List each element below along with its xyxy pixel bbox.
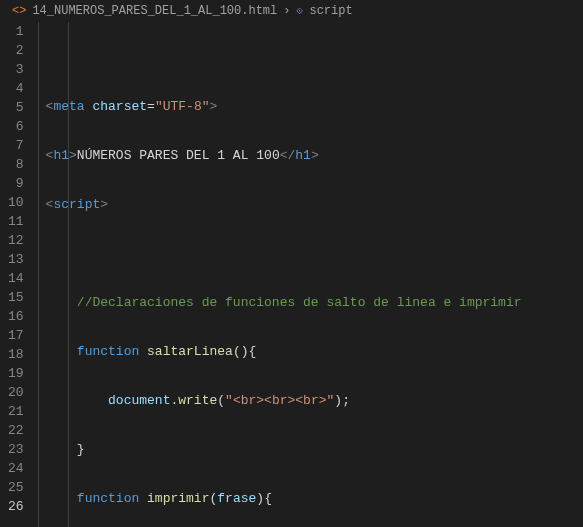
line-number: 1 — [8, 22, 24, 41]
breadcrumb-symbol[interactable]: script — [309, 4, 352, 18]
code-area[interactable]: <meta charset="UTF-8"> <h1>NÚMEROS PARES… — [38, 22, 583, 527]
code-line[interactable]: } — [46, 440, 583, 459]
line-number: 12 — [8, 231, 24, 250]
line-number: 16 — [8, 307, 24, 326]
line-number: 20 — [8, 383, 24, 402]
code-line[interactable]: <h1>NÚMEROS PARES DEL 1 AL 100</h1> — [46, 146, 583, 165]
line-number: 9 — [8, 174, 24, 193]
line-number: 2 — [8, 41, 24, 60]
code-line[interactable]: <script> — [46, 195, 583, 214]
breadcrumb-file[interactable]: 14_NUMEROS_PARES_DEL_1_AL_100.html — [32, 4, 277, 18]
file-icon: <> — [12, 4, 26, 18]
line-number: 18 — [8, 345, 24, 364]
line-number: 19 — [8, 364, 24, 383]
line-number: 21 — [8, 402, 24, 421]
code-line[interactable]: //Declaraciones de funciones de salto de… — [46, 293, 583, 312]
code-line[interactable]: function imprimir(frase){ — [46, 489, 583, 508]
breadcrumb[interactable]: <> 14_NUMEROS_PARES_DEL_1_AL_100.html › … — [0, 0, 583, 22]
line-number: 17 — [8, 326, 24, 345]
line-number: 5 — [8, 98, 24, 117]
symbol-icon: ⟐ — [296, 4, 303, 18]
code-line[interactable]: <meta charset="UTF-8"> — [46, 97, 583, 116]
chevron-icon: › — [283, 4, 290, 18]
line-number: 25 — [8, 478, 24, 497]
line-number: 6 — [8, 117, 24, 136]
line-number: 26 — [8, 497, 24, 516]
line-number: 23 — [8, 440, 24, 459]
line-number: 22 — [8, 421, 24, 440]
code-line[interactable]: document.write("<br><br><br>"); — [46, 391, 583, 410]
line-number: 11 — [8, 212, 24, 231]
code-line[interactable]: function saltarLinea(){ — [46, 342, 583, 361]
line-number: 14 — [8, 269, 24, 288]
line-number: 15 — [8, 288, 24, 307]
line-number: 3 — [8, 60, 24, 79]
editor[interactable]: 1234567891011121314151617181920212223242… — [0, 22, 583, 527]
line-number: 4 — [8, 79, 24, 98]
line-number: 7 — [8, 136, 24, 155]
line-number: 24 — [8, 459, 24, 478]
line-number: 13 — [8, 250, 24, 269]
line-number: 8 — [8, 155, 24, 174]
line-number-gutter: 1234567891011121314151617181920212223242… — [0, 22, 38, 527]
line-number: 10 — [8, 193, 24, 212]
code-line[interactable] — [46, 244, 583, 263]
